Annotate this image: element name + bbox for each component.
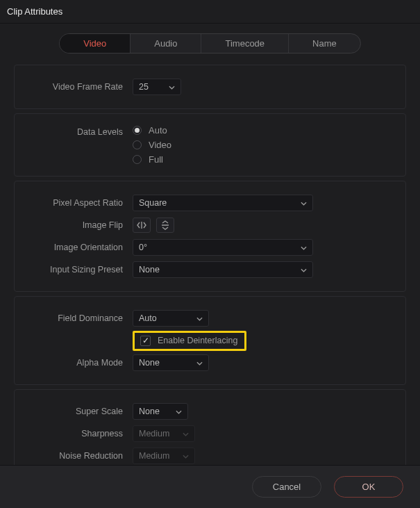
flip-vertical-button[interactable] xyxy=(156,218,174,233)
tab-pill: Video Audio Timecode Name xyxy=(59,33,361,54)
radio-label: Full xyxy=(149,154,163,165)
select-frame-rate-value: 25 xyxy=(139,82,149,92)
radio-group-data-levels: Auto Video Full xyxy=(133,125,171,165)
label-frame-rate: Video Frame Rate xyxy=(15,82,133,92)
label-enable-deinterlacing: Enable Deinterlacing xyxy=(158,336,237,345)
checkbox-enable-deinterlacing[interactable] xyxy=(140,336,151,346)
panel-framerate: Video Frame Rate 25 xyxy=(14,65,406,109)
label-alpha-mode: Alpha Mode xyxy=(15,358,133,368)
chevron-down-icon xyxy=(301,265,307,275)
select-par[interactable]: Square xyxy=(133,195,313,211)
chevron-down-icon xyxy=(183,451,189,461)
select-par-value: Square xyxy=(139,198,167,208)
radio-icon xyxy=(133,126,142,135)
panel-data-levels: Data Levels Auto Video Full xyxy=(14,113,406,177)
chevron-down-icon xyxy=(169,82,175,92)
select-preset-value: None xyxy=(139,265,160,275)
chevron-down-icon xyxy=(301,198,307,208)
radio-icon xyxy=(133,155,142,164)
content-area: Video Frame Rate 25 Data Levels Auto xyxy=(0,60,420,482)
flip-horizontal-icon xyxy=(137,220,146,230)
chevron-down-icon xyxy=(301,243,307,252)
label-noise-reduction: Noise Reduction xyxy=(15,451,133,461)
radio-label: Video xyxy=(149,140,171,150)
select-scale-value: None xyxy=(139,407,160,416)
flip-horizontal-button[interactable] xyxy=(133,218,151,233)
select-noise-reduction: Medium xyxy=(133,448,195,464)
tab-audio[interactable]: Audio xyxy=(131,34,201,53)
titlebar: Clip Attributes xyxy=(0,0,420,24)
select-sharpness: Medium xyxy=(133,425,195,442)
select-orientation-value: 0° xyxy=(139,243,147,252)
tab-video[interactable]: Video xyxy=(60,34,131,53)
radio-data-levels-full[interactable]: Full xyxy=(133,154,171,165)
flip-vertical-icon xyxy=(160,220,170,230)
highlight-annotation: Enable Deinterlacing xyxy=(133,331,246,351)
tabbar: Video Audio Timecode Name xyxy=(0,24,420,60)
ok-button[interactable]: OK xyxy=(334,476,403,498)
select-noise-value: Medium xyxy=(139,451,169,461)
select-frame-rate[interactable]: 25 xyxy=(133,79,181,95)
label-field-dominance: Field Dominance xyxy=(15,313,133,323)
radio-label: Auto xyxy=(149,125,167,136)
select-sharpness-value: Medium xyxy=(139,429,169,439)
select-orientation[interactable]: 0° xyxy=(133,239,313,256)
select-field-value: Auto xyxy=(139,313,157,323)
radio-icon xyxy=(133,140,142,149)
label-flip: Image Flip xyxy=(15,220,133,230)
chevron-down-icon xyxy=(196,358,203,368)
chevron-down-icon xyxy=(183,429,189,439)
panel-field: Field Dominance Auto Enable Deinterlacin… xyxy=(14,296,406,385)
window-title: Clip Attributes xyxy=(7,6,62,17)
select-field-dominance[interactable]: Auto xyxy=(133,310,209,327)
label-data-levels: Data Levels xyxy=(15,125,133,137)
radio-data-levels-auto[interactable]: Auto xyxy=(133,125,171,136)
label-sharpness: Sharpness xyxy=(15,429,133,439)
label-orientation: Image Orientation xyxy=(15,243,133,252)
tab-timecode[interactable]: Timecode xyxy=(201,34,289,53)
select-preset[interactable]: None xyxy=(133,261,313,278)
select-alpha-mode[interactable]: None xyxy=(133,354,209,371)
label-par: Pixel Aspect Ratio xyxy=(15,198,133,208)
panel-geometry: Pixel Aspect Ratio Square Image Flip xyxy=(14,181,406,292)
label-preset: Input Sizing Preset xyxy=(15,265,133,275)
tab-name[interactable]: Name xyxy=(289,34,360,53)
footer: Cancel OK xyxy=(0,465,420,508)
select-super-scale[interactable]: None xyxy=(133,403,188,420)
chevron-down-icon xyxy=(176,407,182,416)
select-alpha-value: None xyxy=(139,358,160,368)
radio-data-levels-video[interactable]: Video xyxy=(133,140,171,150)
cancel-button[interactable]: Cancel xyxy=(252,476,321,498)
clip-attributes-window: Clip Attributes Video Audio Timecode Nam… xyxy=(0,0,420,508)
label-super-scale: Super Scale xyxy=(15,407,133,416)
chevron-down-icon xyxy=(196,313,203,323)
